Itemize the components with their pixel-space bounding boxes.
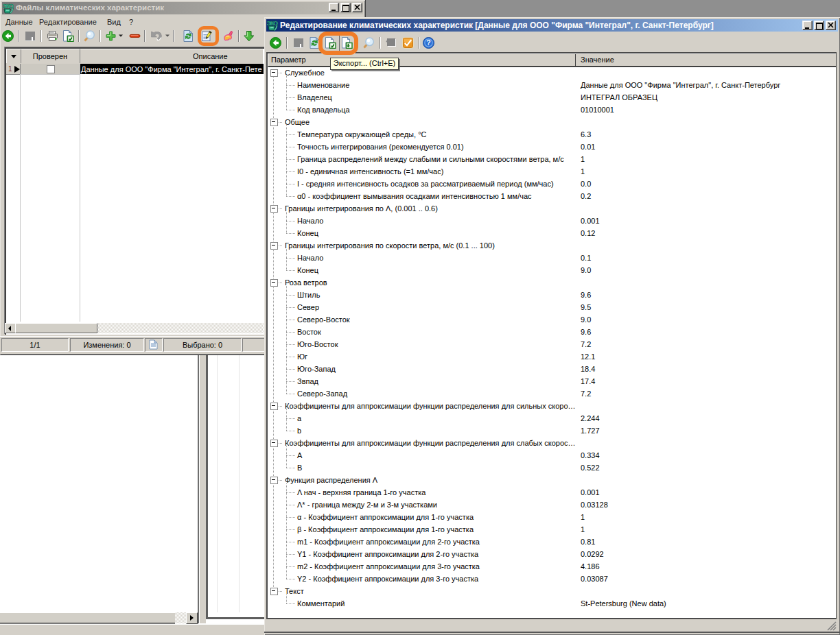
- svg-text:?: ?: [426, 38, 430, 47]
